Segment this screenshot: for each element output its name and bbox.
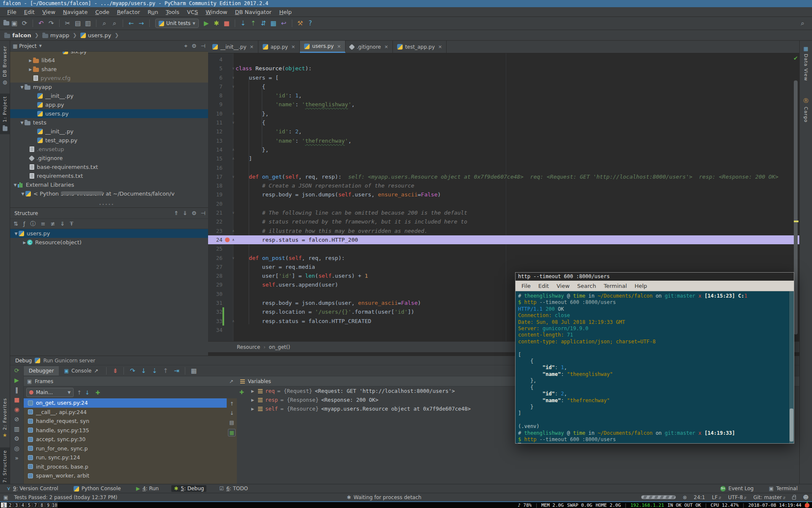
toolwindow-data-view[interactable]: ▦Data View xyxy=(800,43,812,84)
terminal-window[interactable]: http --timeout 600 :8000/users FileEditV… xyxy=(515,272,794,444)
workspace-10[interactable]: 10 xyxy=(52,502,58,508)
code-line[interactable]: 7∨ { xyxy=(208,82,799,91)
gutter-cell[interactable] xyxy=(222,280,236,289)
previous-frame-icon[interactable]: ↑ xyxy=(77,389,82,396)
gutter-cell[interactable]: ∨ xyxy=(222,118,236,127)
fold-marker-icon[interactable]: ∨ xyxy=(232,64,234,73)
code-line[interactable]: 9 'name': 'theenglishway', xyxy=(208,100,799,109)
resume-icon[interactable]: ▶ xyxy=(14,377,19,384)
editor-tab-apppy[interactable]: app.py× xyxy=(258,41,300,53)
show-execution-point-icon[interactable]: ⇟ xyxy=(110,367,121,375)
run-configuration-select[interactable]: Unit tests ▼ xyxy=(155,19,199,28)
project-tree-item[interactable]: ▶lib64 xyxy=(10,56,208,65)
gutter-cell[interactable] xyxy=(222,91,236,100)
gutter-cell[interactable]: ∧ xyxy=(222,235,236,244)
vcs-rollback-icon[interactable]: ↩ xyxy=(279,18,289,28)
code-line[interactable]: 26∨ def on_post(self, req, resp): xyxy=(208,254,799,262)
vcs-sync-icon[interactable]: ⇵ xyxy=(258,18,269,28)
tree-arrow-icon[interactable]: ▼ xyxy=(19,121,25,125)
search-everywhere-icon[interactable]: ⌕ xyxy=(798,18,808,28)
editor-tab-test_apppy[interactable]: test_app.py× xyxy=(393,41,447,53)
fold-marker-icon[interactable]: ∨ xyxy=(232,73,234,82)
workspace-4[interactable]: 4 xyxy=(20,502,26,508)
back-icon[interactable]: ← xyxy=(126,18,136,28)
collapse-all-icon[interactable]: ⇓ xyxy=(183,210,187,216)
workspace-5[interactable]: 5 xyxy=(26,502,32,508)
encoding-select[interactable]: UTF-8⇵ xyxy=(728,494,747,500)
stack-frame[interactable]: spawn_worker, arbit xyxy=(24,471,227,480)
cut-icon[interactable]: ✂ xyxy=(63,18,73,28)
workspace-8[interactable]: 8 xyxy=(39,502,45,508)
line-ending-select[interactable]: LF⇵ xyxy=(712,494,721,500)
forward-icon[interactable]: → xyxy=(136,18,146,28)
debug-tab-debugger[interactable]: Debugger xyxy=(24,366,59,375)
project-tree-item[interactable]: base-requirements.txt xyxy=(10,163,208,171)
code-line[interactable]: 23∧ # illustrate how this may be overrid… xyxy=(208,226,799,235)
thread-select[interactable]: Main... ▼ xyxy=(26,388,74,397)
redo-icon[interactable]: ↷ xyxy=(46,18,56,28)
menu-window[interactable]: Window xyxy=(202,9,231,15)
copy-stack-icon[interactable]: ▤ xyxy=(229,420,234,425)
toolwindow-event-log[interactable]: 9+Event Log xyxy=(718,485,756,492)
close-tab-icon[interactable]: × xyxy=(291,44,295,50)
tray-icon[interactable] xyxy=(805,503,809,508)
stack-frame[interactable]: handle_request, syn xyxy=(24,417,227,426)
menu-file[interactable]: File xyxy=(3,9,20,15)
expand-arrow-icon[interactable]: ▶ xyxy=(251,389,255,393)
terminal-title-bar[interactable]: http --timeout 600 :8000/users xyxy=(516,273,794,281)
gutter-cell[interactable] xyxy=(222,127,236,136)
settings-icon[interactable]: ⚙ xyxy=(14,435,19,442)
workspace-7[interactable]: 7 xyxy=(33,502,38,508)
find-icon[interactable]: ⌕ xyxy=(99,18,110,28)
terminal-output[interactable]: # theenglishway @ time in ~/Documents/fa… xyxy=(516,291,794,443)
project-tree-item[interactable]: ▼myapp xyxy=(10,83,208,91)
code-line[interactable]: 10∧ }, xyxy=(208,109,799,118)
debug-icon[interactable]: ✱ xyxy=(211,18,222,28)
menu-edit[interactable]: Edit xyxy=(20,9,38,15)
step-into-my-code-icon[interactable]: ⇣ xyxy=(149,367,160,375)
stack-frame[interactable]: run_for_one, sync.p xyxy=(24,444,227,453)
project-tree-item[interactable]: ▼tests xyxy=(10,118,208,127)
debug-tab-console[interactable]: ▣Console↗ xyxy=(59,366,103,375)
tree-arrow-icon[interactable]: ▶ xyxy=(28,58,33,63)
gutter-cell[interactable]: ∨ xyxy=(222,73,236,82)
gutter-cell[interactable] xyxy=(222,217,236,226)
fold-marker-icon[interactable]: ∧ xyxy=(232,235,234,244)
toolwindow-python-console[interactable]: Python Console xyxy=(71,485,123,492)
expand-all-icon[interactable]: ⇑ xyxy=(174,210,178,216)
expand-arrow-icon[interactable]: ▶ xyxy=(251,398,255,402)
step-into-icon[interactable]: ↓ xyxy=(138,367,149,375)
hide-panel-icon[interactable]: ⊣ xyxy=(201,43,206,50)
project-tree-item[interactable]: users.py xyxy=(10,109,208,118)
gutter-cell[interactable] xyxy=(222,290,236,298)
gutter-cell[interactable]: ∧ xyxy=(222,145,236,154)
git-branch-select[interactable]: Git: master⇵ xyxy=(753,494,785,500)
copy-icon[interactable]: ▤ xyxy=(73,18,83,28)
add-watch-icon[interactable]: ✚ xyxy=(239,389,244,395)
chevron-down-icon[interactable]: ▼ xyxy=(39,44,41,48)
gutter-cell[interactable] xyxy=(222,163,236,172)
more-icon[interactable]: » xyxy=(15,455,19,461)
terminal-menu-file[interactable]: File xyxy=(518,283,534,289)
gear-icon[interactable]: ⚙ xyxy=(192,210,197,216)
toolwindow-db-browser[interactable]: DB Browser◍ xyxy=(0,43,10,88)
show-inherited-icon[interactable]: ⓘ xyxy=(30,220,36,228)
next-frame-icon[interactable]: ↓ xyxy=(85,389,90,396)
threads-view-icon[interactable]: ▦ xyxy=(228,429,235,436)
fold-marker-icon[interactable]: ∧ xyxy=(232,154,234,163)
scroll-to-source-icon[interactable]: ⇓ xyxy=(60,221,65,227)
gutter-cell[interactable] xyxy=(222,244,236,253)
structure-item[interactable]: ▼users.py xyxy=(10,229,208,238)
code-line[interactable]: 14∧ }, xyxy=(208,145,799,154)
toolwindow-version-control[interactable]: ⋎9: Version Control xyxy=(4,485,61,492)
gear-icon[interactable]: ⚙ xyxy=(192,43,197,50)
breadcrumb-method[interactable]: on_get() xyxy=(269,344,290,350)
save-icon[interactable]: ▣ xyxy=(9,18,19,28)
project-tree-item[interactable]: requirements.txt xyxy=(10,171,208,180)
tree-arrow-icon[interactable]: ▼ xyxy=(19,85,25,89)
settings-icon[interactable]: ⚒ xyxy=(295,18,305,28)
close-tab-icon[interactable]: × xyxy=(384,44,388,50)
code-line[interactable]: 12 'id': 2, xyxy=(208,127,799,136)
terminal-menu-search[interactable]: Search xyxy=(574,283,600,289)
view-breakpoints-icon[interactable]: ◉ xyxy=(14,406,19,413)
